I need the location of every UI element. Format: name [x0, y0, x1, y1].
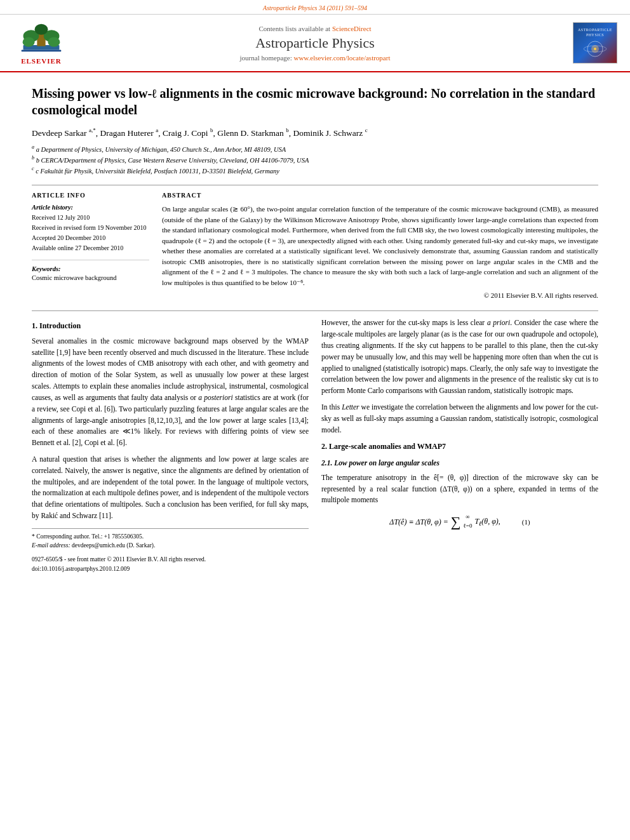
left-column: 1. Introduction Several anomalies in the…: [32, 317, 309, 573]
subsection-2-1-heading: 2.1. Low power on large angular scales: [321, 458, 598, 469]
svg-point-5: [48, 37, 60, 47]
divider-2: [32, 310, 598, 311]
abstract-text: On large angular scales (≳ 60°), the two…: [162, 204, 598, 288]
journal-title: Astroparticle Physics: [70, 35, 560, 51]
accepted-date: Accepted 20 December 2010: [32, 233, 149, 243]
received-date: Received 12 July 2010: [32, 213, 149, 223]
logo-graphic: [582, 39, 608, 58]
revised-date: Received in revised form 19 November 201…: [32, 223, 149, 233]
journal-homepage: journal homepage: www.elsevier.com/locat…: [70, 54, 560, 62]
article-body: ARTICLE INFO Article history: Received 1…: [32, 192, 598, 299]
logo-text-top: ASTROPARTICLE: [578, 28, 612, 32]
info-divider: [32, 260, 149, 260]
svg-point-3: [23, 37, 35, 47]
right-para-2: In this Letter we investigate the correl…: [321, 402, 598, 436]
sciencedirect-link: Contents lists available at ScienceDirec…: [70, 25, 560, 32]
equation-rhs: Tℓ(θ, φ),: [474, 516, 500, 529]
journal-header: ELSEVIER Contents lists available at Sci…: [0, 15, 630, 72]
top-bar: Astroparticle Physics 34 (2011) 591–594: [0, 0, 630, 15]
logo-text-physics: PHYSICS: [586, 33, 604, 37]
affiliation-a: a a Department of Physics, University of…: [32, 143, 598, 154]
elsevier-label: ELSEVIER: [21, 57, 62, 65]
intro-para-2: A natural question that arises is whethe…: [32, 454, 309, 522]
journal-center-block: Contents lists available at ScienceDirec…: [70, 25, 560, 62]
right-column: However, the answer for the cut-sky maps…: [321, 317, 598, 573]
article-info-title: ARTICLE INFO: [32, 192, 149, 199]
keyword-section: Keywords: Cosmic microwave background: [32, 265, 149, 281]
footnote-doi: doi:10.1016/j.astropartphys.2010.12.009: [32, 564, 309, 573]
abstract-title: ABSTRACT: [162, 192, 598, 199]
footnote-1: * Corresponding author. Tel.: +1 7855506…: [32, 532, 309, 541]
equation-sum-symbol: ∑: [451, 511, 461, 533]
keywords-label: Keywords:: [32, 265, 149, 272]
footnote-2: E-mail address: devdeeps@umich.edu (D. S…: [32, 541, 309, 550]
journal-logo-right: ASTROPARTICLE PHYSICS: [560, 22, 617, 63]
author-sup-d: b: [286, 127, 289, 133]
equation-number: (1): [522, 517, 530, 528]
body-columns: 1. Introduction Several anomalies in the…: [32, 317, 598, 573]
homepage-url: www.elsevier.com/locate/astropart: [293, 54, 390, 62]
author-sup-e: c: [365, 127, 368, 133]
sciencedirect-name: ScienceDirect: [332, 25, 372, 32]
svg-point-11: [594, 48, 596, 50]
footnote-3: 0927-6505/$ - see front matter © 2011 El…: [32, 555, 309, 564]
right-para-1: However, the answer for the cut-sky maps…: [321, 317, 598, 397]
author-sup-b: a: [156, 127, 158, 133]
available-date: Available online 27 December 2010: [32, 243, 149, 253]
abstract-copyright: © 2011 Elsevier B.V. All rights reserved…: [162, 291, 598, 299]
affiliations: a a Department of Physics, University of…: [32, 143, 598, 177]
authors: Devdeep Sarkar a,*, Dragan Huterer a, Cr…: [32, 127, 598, 138]
author-sup-a: a,*: [89, 127, 96, 133]
journal-reference: Astroparticle Physics 34 (2011) 591–594: [263, 4, 367, 11]
section-2-heading: 2. Large-scale anomalies and WMAP7: [321, 441, 598, 453]
footnote-area: * Corresponding author. Tel.: +1 7855506…: [32, 528, 309, 573]
section-2-1-para: The temperature anisotropy in the ê[= (θ…: [321, 472, 598, 506]
svg-point-6: [35, 24, 48, 35]
paper-title: Missing power vs low-ℓ alignments in the…: [32, 85, 598, 118]
intro-para-1: Several anomalies in the cosmic microwav…: [32, 336, 309, 449]
equation-limits: ∞ ℓ=0: [464, 513, 473, 531]
article-history-label: Article history:: [32, 204, 149, 211]
affiliation-b: b b CERCA/Department of Physics, Case We…: [32, 154, 598, 165]
svg-rect-7: [22, 50, 62, 52]
equation-upper-limit: ∞: [466, 513, 469, 522]
elsevier-logo: ELSEVIER: [13, 21, 70, 65]
main-content: Missing power vs low-ℓ alignments in the…: [0, 72, 630, 586]
article-info: ARTICLE INFO Article history: Received 1…: [32, 192, 149, 299]
equation-1-area: ΔT(ê) ≡ ΔT(θ, φ) = ∑ ∞ ℓ=0 Tℓ(θ, φ), (1): [321, 511, 598, 533]
astroparticle-logo: ASTROPARTICLE PHYSICS: [573, 22, 617, 63]
divider-1: [32, 185, 598, 185]
author-sup-c: b: [210, 127, 213, 133]
article-dates: Received 12 July 2010 Received in revise…: [32, 213, 149, 253]
elsevier-tree-icon: [19, 21, 64, 56]
equation-lower-limit: ℓ=0: [464, 522, 473, 531]
keyword-value: Cosmic microwave background: [32, 274, 149, 281]
abstract-section: ABSTRACT On large angular scales (≳ 60°)…: [162, 192, 598, 299]
affiliation-c: c c Fakultät für Physik, Universität Bie…: [32, 165, 598, 176]
equation-lhs: ΔT(ê) ≡ ΔT(θ, φ) =: [389, 516, 448, 528]
section-1-heading: 1. Introduction: [32, 320, 309, 332]
